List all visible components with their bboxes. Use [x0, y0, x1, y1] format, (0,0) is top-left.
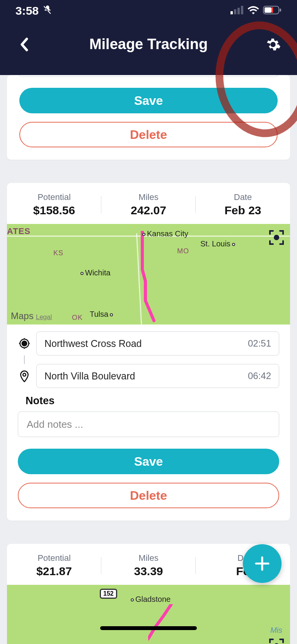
- home-indicator: [100, 626, 197, 630]
- svg-rect-7: [280, 9, 281, 12]
- trip-card: Potential $158.56 Miles 242.07 Date Feb …: [7, 183, 290, 521]
- delete-button[interactable]: Delete: [19, 122, 278, 147]
- date-label: Date: [196, 192, 290, 202]
- miles-label: Miles: [101, 192, 196, 202]
- map-state: KS: [53, 249, 63, 257]
- map-city: St. Louis: [200, 239, 230, 248]
- route-badge: 152: [100, 589, 117, 599]
- notes-placeholder: Add notes ...: [27, 419, 83, 430]
- save-button[interactable]: Save: [18, 449, 279, 474]
- save-button[interactable]: Save: [19, 88, 278, 113]
- svg-rect-6: [271, 7, 273, 13]
- start-location-time: 02:51: [248, 338, 271, 349]
- map-attribution: MapsLegal: [11, 311, 52, 321]
- stats-row: Potential $158.56 Miles 242.07 Date Feb …: [7, 183, 290, 224]
- map-city: Wichita: [85, 268, 111, 277]
- map-city: Tulsa: [90, 310, 108, 318]
- end-location-icon: [18, 370, 31, 382]
- trip-map[interactable]: ATES Kansas City St. Louis Wichita Tulsa…: [7, 224, 290, 325]
- input-stub: [19, 75, 278, 77]
- location-connector: [18, 355, 31, 364]
- notes-input[interactable]: Add notes ...: [18, 412, 279, 437]
- svg-rect-2: [237, 8, 240, 14]
- status-time: 3:58: [15, 4, 39, 17]
- map-state: MO: [177, 247, 189, 255]
- svg-rect-0: [230, 11, 233, 14]
- page-title: Mileage Tracking: [89, 36, 208, 53]
- svg-rect-3: [241, 6, 243, 14]
- status-bar: 3:58: [0, 0, 297, 21]
- notes-label: Notes: [26, 395, 279, 407]
- settings-button[interactable]: [265, 36, 282, 53]
- end-location-time: 06:42: [248, 371, 271, 381]
- potential-label: Potential: [7, 553, 101, 563]
- svg-point-11: [23, 373, 26, 376]
- silent-icon: [43, 4, 53, 17]
- battery-icon: [263, 6, 282, 16]
- svg-rect-1: [234, 9, 236, 14]
- map-city: Gladstone: [135, 595, 171, 603]
- potential-value: $21.87: [7, 565, 101, 578]
- back-button[interactable]: [15, 36, 32, 53]
- map-partial-label: ATES: [7, 226, 31, 236]
- cell-signal-icon: [230, 6, 244, 16]
- map-state: OK: [72, 314, 83, 322]
- add-button[interactable]: [243, 544, 282, 583]
- start-location-field[interactable]: Northwest Cross Road 02:51: [36, 331, 279, 355]
- trip-map[interactable]: 152 Gladstone Kansas City Mis: [7, 585, 290, 644]
- app-header: Mileage Tracking: [0, 21, 297, 75]
- potential-value: $158.56: [7, 204, 101, 217]
- miles-value: 33.39: [101, 565, 196, 578]
- potential-label: Potential: [7, 192, 101, 202]
- svg-rect-5: [265, 7, 271, 13]
- recenter-button[interactable]: [268, 229, 285, 246]
- wifi-icon: [248, 6, 259, 16]
- start-location-icon: [18, 338, 31, 349]
- svg-point-9: [22, 341, 27, 346]
- end-location-field[interactable]: North Villa Boulevard 06:42: [36, 364, 279, 388]
- end-location-name: North Villa Boulevard: [44, 371, 135, 382]
- map-city: Kansas City: [147, 229, 188, 238]
- miles-label: Miles: [101, 553, 196, 563]
- miles-value: 242.07: [101, 204, 196, 217]
- trip-card-partial: Save Delete: [7, 75, 290, 160]
- start-location-name: Northwest Cross Road: [44, 338, 142, 349]
- delete-button[interactable]: Delete: [18, 483, 279, 508]
- svg-point-8: [275, 236, 278, 239]
- date-value: Feb 23: [196, 204, 290, 217]
- recenter-button[interactable]: [268, 637, 285, 644]
